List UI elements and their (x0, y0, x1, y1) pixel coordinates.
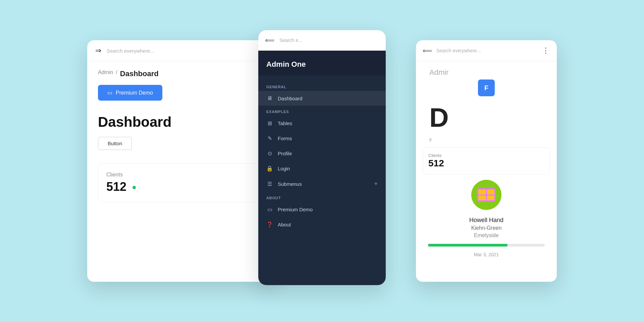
right-back-icon[interactable]: ⟸ (423, 47, 432, 55)
sidebar-item-label-tables: Tables (278, 120, 292, 126)
progress-bar-bg (428, 244, 545, 247)
sidebar-body: GENERAL 🖥 Dashboard EXAMPLES ⊞ Tables ✎ … (258, 75, 386, 285)
tables-icon: ⊞ (266, 120, 273, 126)
avatar-cell-4 (487, 196, 495, 201)
back-icon[interactable]: ⟸ (265, 36, 275, 44)
right-stats-label: Clients (428, 153, 544, 158)
center-topbar: ⟸ Search e... (258, 30, 386, 51)
section-label-examples: EXAMPLES (258, 106, 386, 116)
stats-value: 512 (106, 180, 256, 194)
sidebar-item-label-submenus: Submenus (278, 181, 302, 187)
left-topbar: ⇒ Search everywhere... (87, 40, 275, 61)
forms-icon: ✎ (266, 135, 273, 142)
right-content: Admir F D y Clients 512 (416, 61, 557, 257)
left-panel: ⇒ Search everywhere... Admin / Dashboard… (87, 40, 275, 282)
breadcrumb-sep: / (116, 69, 117, 78)
partial-y-text: y (423, 137, 550, 142)
date-text: Mar 3, 2021 (423, 252, 550, 257)
stats-dot (132, 186, 136, 189)
company-name: Kiehn-Green (423, 225, 550, 231)
sidebar-item-label-dashboard: Dashboard (278, 96, 302, 101)
avatar-inner (477, 188, 496, 202)
stats-box: Clients 512 (98, 163, 264, 202)
section-label-about: ABOUT (258, 192, 386, 202)
sidebar-header: Admin One (258, 51, 386, 75)
sidebar-item-label-about: About (278, 222, 291, 227)
dashboard-title: Dashboard (87, 107, 275, 130)
right-search-placeholder: Search everywhere... (436, 48, 538, 53)
submenus-icon: ☰ (266, 181, 273, 187)
sidebar-item-tables[interactable]: ⊞ Tables (258, 116, 386, 131)
more-options-icon[interactable]: ⋮ (542, 46, 550, 55)
sidebar-item-label-premium: Premium Demo (278, 207, 313, 212)
profile-icon: ⊙ (266, 150, 273, 157)
premium-icon: ▭ (107, 90, 112, 96)
stats-label: Clients (106, 172, 256, 178)
avatar-cell-1 (478, 190, 486, 195)
title-bold: One (291, 60, 306, 68)
partial-dashboard-d: D (423, 99, 550, 137)
sidebar-title: Admin One (266, 60, 378, 69)
premium-demo-button[interactable]: ▭ Premium Demo (98, 85, 162, 101)
sidebar-item-submenus[interactable]: ☰ Submenus + (258, 176, 386, 192)
monitor-icon: 🖥 (266, 95, 273, 101)
sidebar-item-dashboard[interactable]: 🖥 Dashboard (258, 91, 386, 106)
blue-square-icon: F (478, 79, 495, 96)
center-panel: ⟸ Search e... Admin One GENERAL 🖥 Dashbo… (258, 30, 386, 285)
avatar (471, 180, 501, 210)
center-search-placeholder: Search e... (279, 38, 302, 43)
demo-button[interactable]: Button (98, 137, 132, 150)
section-label-general: GENERAL (258, 81, 386, 91)
button-area: Button (87, 130, 275, 157)
sidebar-item-login[interactable]: 🔒 Login (258, 161, 386, 176)
sidebar-item-label-profile: Profile (278, 151, 292, 156)
lock-icon: 🔒 (266, 165, 273, 172)
avatar-cell-3 (478, 196, 486, 201)
city-name: Emelyside (423, 232, 550, 238)
progress-bar-container (428, 244, 545, 247)
plus-icon[interactable]: + (374, 180, 378, 187)
breadcrumb-current: Dashboard (120, 69, 159, 78)
left-search-placeholder: Search everywhere... (107, 48, 154, 54)
right-topbar: ⟸ Search everywhere... ⋮ (416, 40, 557, 61)
premium-icon-sidebar: ▭ (266, 206, 273, 213)
sidebar-item-profile[interactable]: ⊙ Profile (258, 146, 386, 161)
premium-label: Premium Demo (116, 90, 153, 96)
hamburger-icon[interactable]: ⇒ (95, 46, 101, 55)
breadcrumb: Admin / Dashboard (87, 61, 275, 78)
sidebar-item-forms[interactable]: ✎ Forms (258, 131, 386, 146)
progress-bar-fill (428, 244, 507, 247)
partial-admin-title: Admir (423, 61, 550, 77)
right-stats-value: 512 (428, 158, 544, 169)
person-name: Howell Hand (423, 217, 550, 224)
sidebar-item-about[interactable]: ❓ About (258, 217, 386, 232)
right-panel: ⟸ Search everywhere... ⋮ Admir F D y Cli… (416, 40, 557, 282)
sidebar-item-label-login: Login (278, 166, 290, 171)
sidebar-item-label-forms: Forms (278, 136, 292, 141)
title-prefix: Admin (266, 60, 289, 68)
sidebar-item-premium[interactable]: ▭ Premium Demo (258, 202, 386, 217)
breadcrumb-admin: Admin (98, 69, 113, 78)
avatar-cell-2 (487, 190, 495, 195)
about-icon: ❓ (266, 221, 273, 228)
